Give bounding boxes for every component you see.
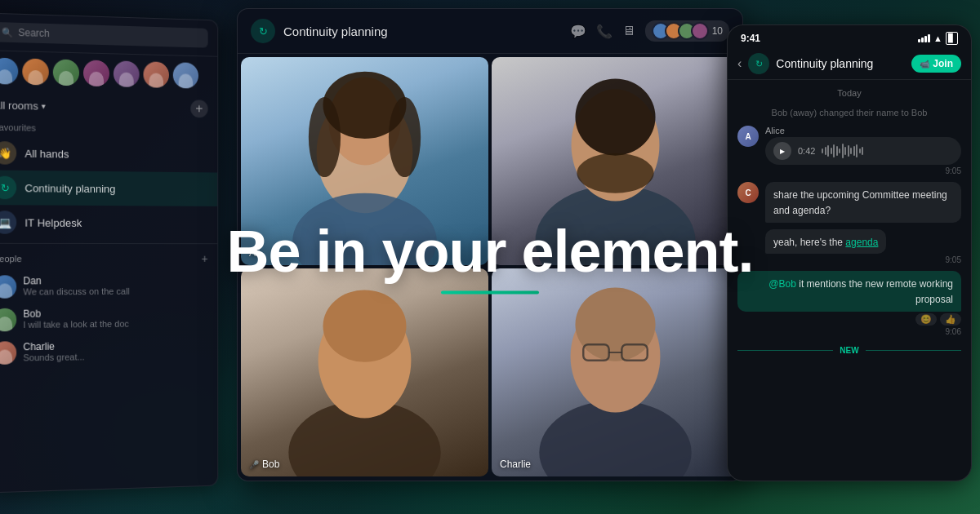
svg-point-12 (323, 290, 407, 361)
own-chat-text: @Bob it mentions the new remote working … (768, 278, 953, 305)
rooms-label: All rooms (0, 99, 38, 112)
screen-share-icon[interactable]: 🖥 (622, 24, 635, 38)
video-silhouette-2 (492, 57, 739, 265)
avatar-carol: C (737, 182, 759, 203)
room-name-it-helpdesk: IT Helpdesk (24, 216, 207, 229)
message-time-2: 9:05 (765, 255, 961, 264)
svg-point-3 (309, 97, 341, 177)
person-msg-bob: I will take a look at the doc (23, 318, 207, 330)
video-panel-header: ↻ Continuity planning 💬 📞 🖥 10 (238, 9, 742, 54)
chat-link[interactable]: agenda (845, 237, 878, 248)
people-label: People (0, 254, 22, 264)
video-grid: Ali 🎤 (238, 54, 742, 480)
room-icon-hands: 👋 (0, 141, 16, 165)
chevron-down-icon: ▾ (42, 101, 46, 110)
reaction-smile[interactable]: 😊 (915, 313, 937, 326)
phone-icon[interactable]: 📞 (596, 24, 612, 39)
people-header: People + (0, 247, 217, 270)
divider-line (737, 350, 833, 351)
video-name-charlie: Charlie (500, 459, 531, 470)
person-item-bob[interactable]: Bob I will take a look at the doc (0, 302, 217, 337)
rooms-header-left[interactable]: All rooms ▾ (0, 99, 46, 112)
wifi-icon: ▲ (933, 33, 942, 43)
own-bubble: @Bob it mentions the new remote working … (737, 271, 961, 312)
chat-date: Today (728, 86, 971, 100)
participant-count-label: 10 (712, 25, 723, 37)
svg-point-5 (292, 193, 437, 265)
add-person-icon[interactable]: + (202, 252, 208, 265)
avatar[interactable] (173, 62, 198, 88)
video-silhouette-1 (241, 57, 488, 265)
desktop-panel: 🔍 Search All rooms ▾ + Favourites 👋 All … (0, 12, 218, 493)
audio-message[interactable]: ▶ 0:42 (765, 137, 961, 165)
back-button[interactable]: ‹ (737, 56, 742, 71)
new-message-divider: NEW (728, 343, 971, 358)
avatar[interactable] (0, 58, 18, 85)
video-room-title: Continuity planning (283, 24, 562, 38)
person-info-dan: Dan We can discuss on the call (23, 275, 207, 297)
room-name-all-hands: All hands (24, 147, 207, 162)
avatar-bob (0, 308, 16, 332)
video-cell-charlie[interactable]: Charlie (492, 268, 739, 476)
svg-point-15 (575, 288, 655, 361)
search-bar[interactable]: 🔍 Search (0, 22, 208, 48)
room-item-continuity[interactable]: ↻ Continuity planning (0, 170, 217, 206)
avatar[interactable] (53, 59, 79, 86)
avatar[interactable] (83, 60, 109, 86)
reaction-thumbs-up[interactable]: 👍 (940, 313, 961, 326)
room-icon-it: 💻 (0, 210, 16, 233)
divider (0, 243, 217, 244)
avatar[interactable] (114, 60, 140, 87)
chat-message-carol-2: yeah, here's the agenda 9:05 (755, 229, 971, 265)
participant-avatar (691, 22, 709, 40)
chat-icon[interactable]: 💬 (570, 24, 586, 39)
audio-waveform (822, 143, 953, 159)
video-cell-bob[interactable]: 🎤 Bob (241, 268, 488, 476)
svg-point-4 (389, 97, 421, 177)
reaction-bar: 😊 👍 (737, 313, 961, 326)
avatar[interactable] (22, 58, 48, 85)
chat-text-link: yeah, here's the agenda (773, 237, 878, 248)
video-name-ali: Ali (249, 247, 260, 259)
join-label: Join (933, 58, 953, 69)
video-silhouette-3 (241, 268, 488, 476)
chat-message-carol-1: C share the upcoming Committee meeting a… (728, 182, 971, 223)
battery-icon: ▊ (946, 32, 958, 45)
room-item-it-helpdesk[interactable]: 💻 IT Helpdesk (0, 205, 217, 240)
mobile-panel: 9:41 ▲ ▊ ‹ ↻ Continuity planning 📹 Join (727, 24, 972, 481)
participant-count: 10 (645, 20, 729, 42)
add-room-button[interactable]: + (190, 100, 207, 117)
mobile-time: 9:41 (741, 33, 760, 44)
chat-message-own: @Bob it mentions the new remote working … (728, 271, 971, 336)
video-panel: ↻ Continuity planning 💬 📞 🖥 10 (237, 8, 743, 481)
person-item-charlie[interactable]: Charlie Sounds great... (0, 334, 217, 370)
mobile-status-bar: 9:41 ▲ ▊ (728, 25, 971, 48)
avatar-charlie (0, 341, 16, 365)
person-info-charlie: Charlie Sounds great... (23, 339, 207, 362)
mention: @Bob (768, 278, 796, 290)
join-button[interactable]: 📹 Join (911, 55, 961, 73)
message-time: 9:05 (765, 166, 961, 175)
mobile-status-icons: ▲ ▊ (918, 32, 958, 45)
room-name-continuity: Continuity planning (24, 182, 207, 196)
avatar[interactable] (144, 61, 169, 88)
system-message: Bob (away) changed their name to Bob (728, 106, 971, 119)
video-cell-ali[interactable]: Ali (241, 57, 488, 265)
video-cell-2[interactable] (492, 57, 739, 265)
chat-bubble: share the upcoming Committee meeting and… (765, 182, 961, 223)
room-item-all-hands[interactable]: 👋 All hands (0, 135, 217, 173)
chat-bubble-wrap-carol: share the upcoming Committee meeting and… (765, 182, 961, 223)
chat-bubble-link: yeah, here's the agenda (765, 229, 886, 255)
video-icon: 📹 (920, 60, 929, 69)
svg-point-8 (575, 78, 655, 155)
play-button[interactable]: ▶ (773, 142, 791, 160)
room-icon-refresh: ↻ (0, 176, 16, 200)
person-name-dan: Dan (23, 275, 207, 287)
person-msg-dan: We can discuss on the call (23, 286, 207, 296)
muted-icon: 🎤 (249, 460, 259, 469)
own-bubble-wrap: @Bob it mentions the new remote working … (737, 271, 961, 336)
person-item-dan[interactable]: Dan We can discuss on the call (0, 270, 217, 304)
video-name-bob: 🎤 Bob (249, 459, 279, 470)
search-icon: 🔍 (2, 27, 13, 38)
signal-icon (918, 34, 930, 42)
